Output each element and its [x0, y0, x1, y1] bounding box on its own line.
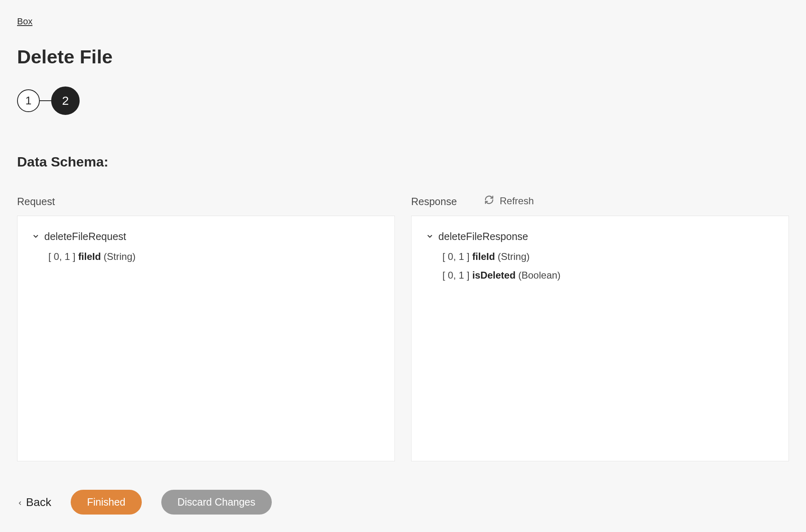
- discard-changes-button[interactable]: Discard Changes: [161, 490, 272, 515]
- response-panel: deleteFileResponse [ 0, 1 ] fileId (Stri…: [411, 216, 789, 461]
- finished-button[interactable]: Finished: [71, 490, 142, 515]
- field-type: (String): [498, 251, 530, 262]
- stepper: 1 2: [17, 87, 789, 115]
- chevron-down-icon: [32, 231, 39, 242]
- chevron-down-icon: [426, 231, 433, 242]
- request-label: Request: [17, 196, 403, 208]
- back-button[interactable]: Back: [17, 496, 51, 509]
- response-label: Response: [411, 196, 789, 208]
- chevron-left-icon: [17, 496, 23, 509]
- field-cardinality: [ 0, 1 ]: [442, 270, 470, 281]
- back-label: Back: [26, 496, 51, 509]
- request-field[interactable]: [ 0, 1 ] fileId (String): [48, 247, 380, 266]
- request-panel: deleteFileRequest [ 0, 1 ] fileId (Strin…: [17, 216, 395, 461]
- field-name: fileId: [472, 251, 495, 262]
- field-type: (String): [104, 251, 136, 262]
- field-cardinality: [ 0, 1 ]: [48, 251, 76, 262]
- request-root-node[interactable]: deleteFileRequest: [32, 231, 380, 242]
- response-field[interactable]: [ 0, 1 ] isDeleted (Boolean): [442, 266, 774, 285]
- step-2[interactable]: 2: [51, 87, 80, 115]
- request-root-label: deleteFileRequest: [44, 231, 126, 242]
- section-title-data-schema: Data Schema:: [17, 154, 789, 170]
- field-name: fileId: [78, 251, 101, 262]
- breadcrumb[interactable]: Box: [17, 16, 32, 27]
- step-1[interactable]: 1: [17, 89, 40, 112]
- response-field[interactable]: [ 0, 1 ] fileId (String): [442, 247, 774, 266]
- field-cardinality: [ 0, 1 ]: [442, 251, 470, 262]
- response-root-label: deleteFileResponse: [438, 231, 528, 242]
- field-type: (Boolean): [518, 270, 561, 281]
- response-root-node[interactable]: deleteFileResponse: [426, 231, 774, 242]
- step-connector: [40, 100, 51, 101]
- page-title: Delete File: [17, 45, 789, 68]
- field-name: isDeleted: [472, 270, 516, 281]
